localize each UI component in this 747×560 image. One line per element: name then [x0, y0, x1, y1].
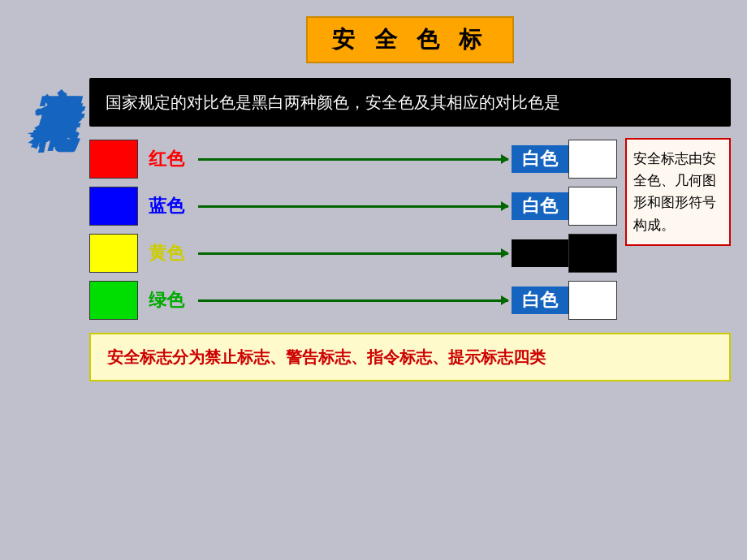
- page-container: 安全设施标准化 安 全 色 标 国家规定的对比色是黑白两种颜色，安全色及其相应的…: [0, 0, 747, 560]
- result-swatch-1: [568, 187, 617, 226]
- arrow-line-3: [198, 299, 508, 302]
- color-rows-wrapper: 红色白色蓝色白色黄色黑色绿色白色 安全标志由安全色、几何图形和图形符号构成。: [89, 138, 731, 321]
- contrast-label-0: 白色: [512, 145, 568, 173]
- contrast-label-1: 白色: [512, 192, 568, 220]
- color-row-2: 黄色黑色: [89, 232, 617, 274]
- page-title: 安 全 色 标: [306, 16, 513, 63]
- color-swatch-0: [89, 140, 138, 179]
- color-label-1: 蓝色: [138, 194, 195, 218]
- arrow-line-1: [198, 205, 508, 208]
- result-swatch-3: [568, 281, 617, 320]
- result-swatch-0: [568, 140, 617, 179]
- right-annotation: 安全标志由安全色、几何图形和图形符号构成。: [625, 138, 731, 246]
- color-swatch-3: [89, 281, 138, 320]
- color-rows-table: 红色白色蓝色白色黄色黑色绿色白色: [89, 138, 617, 321]
- info-box: 国家规定的对比色是黑白两种颜色，安全色及其相应的对比色是: [89, 78, 731, 127]
- left-vertical-title: 安全设施标准化: [15, 49, 80, 71]
- color-label-3: 绿色: [138, 288, 195, 312]
- color-label-2: 黄色: [138, 241, 195, 265]
- result-swatch-2: [568, 234, 617, 273]
- main-content: 安 全 色 标 国家规定的对比色是黑白两种颜色，安全色及其相应的对比色是 红色白…: [89, 16, 731, 544]
- color-swatch-2: [89, 234, 138, 273]
- color-row-3: 绿色白色: [89, 279, 617, 321]
- arrow-line-2: [198, 252, 508, 255]
- color-swatch-1: [89, 187, 138, 226]
- bottom-box: 安全标志分为禁止标志、警告标志、指令标志、提示标志四类: [89, 333, 731, 381]
- arrow-line-0: [198, 158, 508, 161]
- color-row-1: 蓝色白色: [89, 185, 617, 227]
- top-title-box: 安 全 色 标: [89, 16, 731, 63]
- contrast-label-2: 黑色: [512, 239, 568, 267]
- color-label-0: 红色: [138, 147, 195, 171]
- color-row-0: 红色白色: [89, 138, 617, 180]
- contrast-label-3: 白色: [512, 286, 568, 314]
